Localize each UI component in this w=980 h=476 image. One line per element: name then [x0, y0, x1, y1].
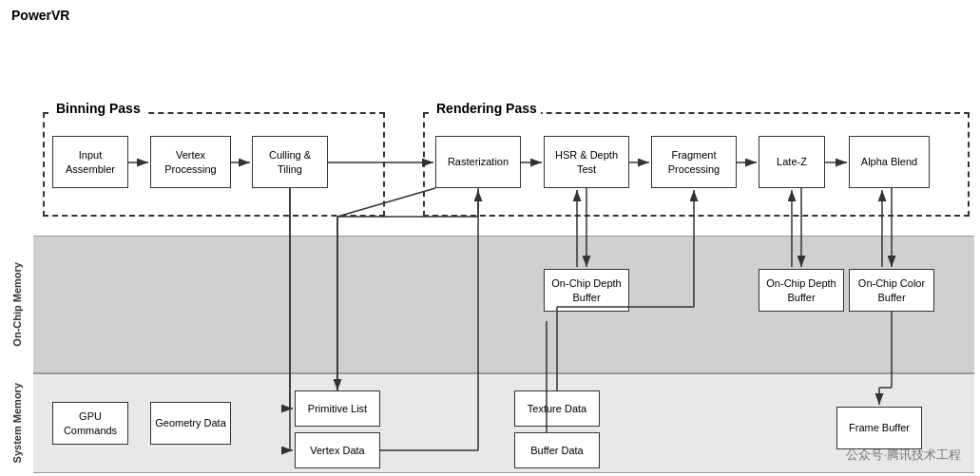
geometry-data-box: Geometry Data	[150, 402, 231, 445]
onchip-label-container: On-Chip Memory	[0, 236, 33, 373]
texture-data-box: Texture Data	[514, 390, 600, 427]
watermark: 公众号·腾讯技术工程	[846, 447, 961, 464]
onchip-color-buffer-box: On-Chip Color Buffer	[849, 269, 934, 312]
rendering-pass-label: Rendering Pass	[432, 101, 541, 116]
binning-pass-label: Binning Pass	[52, 101, 144, 116]
primitive-list-box: Primitive List	[295, 390, 380, 427]
diagram: On-Chip Memory System Memory Binning Pas…	[0, 27, 980, 473]
onchip-depth-buffer-2-box: On-Chip Depth Buffer	[759, 269, 844, 312]
rasterization-box: Rasterization	[435, 136, 521, 188]
late-z-box: Late-Z	[759, 136, 825, 188]
buffer-data-box: Buffer Data	[514, 432, 600, 468]
culling-tiling-box: Culling & Tiling	[252, 136, 328, 188]
gpu-commands-box: GPU Commands	[52, 402, 128, 445]
input-assembler-box: Input Assembler	[52, 136, 128, 188]
vertex-data-box: Vertex Data	[295, 432, 380, 468]
onchip-depth-buffer-1-box: On-Chip Depth Buffer	[544, 269, 629, 312]
vertex-processing-box: Vertex Processing	[150, 136, 231, 188]
alpha-blend-box: Alpha Blend	[849, 136, 930, 188]
frame-buffer-box: Frame Buffer	[836, 407, 922, 449]
title: PowerVR	[0, 0, 980, 27]
onchip-label: On-Chip Memory	[11, 262, 23, 347]
hsr-depth-test-box: HSR & Depth Test	[544, 136, 629, 188]
system-label-container: System Memory	[0, 373, 33, 473]
fragment-processing-box: Fragment Processing	[651, 136, 737, 188]
system-label: System Memory	[11, 383, 23, 463]
